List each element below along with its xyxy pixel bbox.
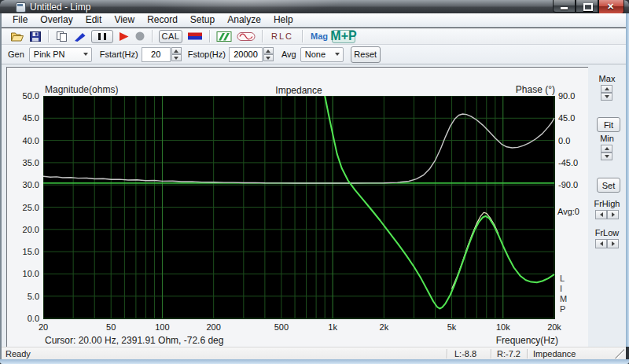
fstart-input[interactable] [142, 47, 171, 62]
set-button[interactable]: Set [597, 178, 620, 193]
menu-item-view[interactable]: View [108, 13, 141, 27]
gen-label: Gen [8, 50, 24, 59]
mag-tick: 45.0 [11, 113, 39, 123]
status-left-level: L:-8.8 [454, 349, 476, 358]
app-window: Untitled - Limp ✕ File Overlay Edit View… [0, 0, 629, 364]
status-separator [527, 349, 528, 358]
resize-grip[interactable] [615, 349, 624, 358]
x-axis-title: Frequency(Hz) [472, 335, 558, 346]
min-spinner[interactable] [601, 145, 612, 160]
magnitude-view-button[interactable]: Mag [311, 31, 328, 41]
right-axis-title: Phase (°) [502, 84, 555, 95]
calibrate-button[interactable]: CAL [159, 30, 182, 43]
open-file-icon[interactable] [10, 31, 24, 42]
mag-tick: 40.0 [11, 136, 39, 145]
pen-tool-icon[interactable] [73, 31, 86, 42]
spin-up-icon[interactable] [601, 145, 612, 153]
status-ready: Ready [6, 349, 31, 358]
record-button[interactable] [134, 31, 145, 42]
play-button[interactable] [118, 31, 130, 42]
chevron-down-icon [80, 48, 91, 61]
averaging-value: None [305, 50, 326, 59]
window-title: Untitled - Limp [30, 2, 90, 13]
generator-icon[interactable] [237, 31, 256, 42]
fstop-label: Fstop(Hz) [188, 50, 226, 59]
chart-title: Impedance [236, 85, 362, 96]
spin-up-icon[interactable] [263, 47, 274, 54]
mag-tick: 25.0 [11, 203, 39, 212]
menu-item-help[interactable]: Help [267, 13, 300, 27]
menu-item-setup[interactable]: Setup [184, 13, 221, 27]
rlc-mode-button[interactable]: RLC [271, 31, 293, 41]
menu-item-overlay[interactable]: Overlay [34, 13, 79, 27]
maximize-button[interactable] [576, 0, 598, 13]
copy-icon[interactable] [55, 31, 68, 42]
frlow-label: FrLow [588, 228, 626, 237]
app-icon[interactable] [16, 2, 26, 13]
spin-up-icon[interactable] [171, 47, 182, 54]
toolbar-separator [302, 30, 303, 42]
spin-left-icon[interactable] [595, 239, 607, 248]
spin-left-icon[interactable] [595, 210, 607, 219]
mag-tick: 5.0 [11, 292, 39, 301]
spin-up-icon[interactable] [601, 85, 612, 93]
x-tick: 20 [31, 322, 55, 332]
menu-item-file[interactable]: File [6, 13, 34, 27]
title-bar[interactable]: Untitled - Limp ✕ [0, 0, 629, 13]
spin-right-icon[interactable] [607, 210, 619, 219]
x-tick: 100 [150, 322, 174, 332]
spin-down-icon[interactable] [263, 54, 274, 61]
status-separator [491, 349, 491, 358]
mag-tick: 10.0 [11, 269, 39, 278]
magnitude-phase-view-button[interactable]: M+P [332, 30, 355, 43]
menu-item-edit[interactable]: Edit [79, 13, 109, 27]
close-button[interactable]: ✕ [598, 0, 624, 14]
generator-value: Pink PN [34, 50, 65, 59]
menu-item-record[interactable]: Record [141, 13, 184, 27]
level-meter-icon[interactable] [187, 31, 203, 42]
reset-button[interactable]: Reset [351, 46, 381, 63]
toolbar-separator [262, 30, 263, 42]
titlebar-glass-sheen [142, 0, 346, 13]
spin-right-icon[interactable] [607, 239, 619, 248]
fstop-input[interactable] [229, 47, 263, 62]
x-tick: 10k [491, 322, 515, 332]
spectrum-icon[interactable] [216, 31, 232, 42]
x-tick: 5k [440, 322, 464, 332]
averaging-select[interactable]: None [300, 47, 344, 62]
minimize-button[interactable] [553, 0, 576, 13]
fstart-spinner[interactable] [171, 47, 182, 61]
set-label: Set [602, 181, 616, 190]
spin-down-icon[interactable] [601, 93, 612, 101]
impedance-plot[interactable] [43, 96, 555, 319]
menu-item-analyze[interactable]: Analyze [221, 13, 267, 27]
spin-down-icon[interactable] [171, 54, 182, 61]
mag-tick: 0.0 [11, 314, 39, 323]
window-border-bottom [0, 359, 629, 364]
main-toolbar: CAL RLC Mag M+P [2, 28, 626, 45]
fit-button[interactable]: Fit [597, 117, 620, 132]
menu-bar: File Overlay Edit View Record Setup Anal… [2, 13, 626, 28]
save-icon[interactable] [29, 31, 42, 42]
fstart-label: Fstart(Hz) [100, 50, 138, 59]
minimize-icon [561, 7, 568, 9]
generator-select[interactable]: Pink PN [29, 47, 92, 62]
frhigh-spinner[interactable] [595, 210, 619, 219]
mp-label: M+P [330, 29, 356, 43]
window-border-right [626, 13, 629, 347]
frhigh-label: FrHigh [588, 199, 626, 208]
max-spinner[interactable] [601, 85, 612, 101]
phase-tick: 45.0 [558, 113, 587, 123]
mag-tick: 30.0 [11, 180, 39, 189]
phase-tick: -45.0 [558, 158, 587, 167]
x-tick: 500 [270, 322, 293, 332]
fstop-spinner[interactable] [263, 47, 274, 61]
x-tick: 200 [202, 322, 226, 332]
close-icon: ✕ [607, 2, 614, 11]
spin-down-icon[interactable] [601, 153, 612, 160]
window-controls: ✕ [553, 0, 624, 14]
mag-tick: 35.0 [11, 158, 39, 167]
frlow-spinner[interactable] [595, 239, 619, 248]
pause-button[interactable] [91, 30, 113, 43]
mag-tick: 20.0 [11, 225, 39, 234]
